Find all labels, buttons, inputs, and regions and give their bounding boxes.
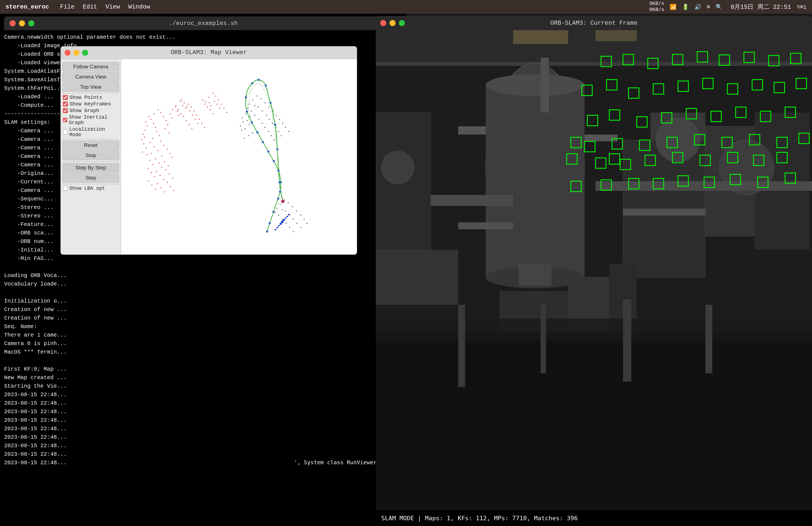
svg-point-124 xyxy=(276,115,277,116)
svg-point-4 xyxy=(160,112,161,113)
svg-point-42 xyxy=(152,164,153,165)
show-points-checkbox[interactable] xyxy=(63,95,68,100)
show-inertial-graph-checkbox[interactable] xyxy=(63,118,67,122)
svg-point-52 xyxy=(167,182,168,183)
svg-point-28 xyxy=(170,153,171,154)
svg-rect-228 xyxy=(485,85,584,277)
svg-rect-225 xyxy=(376,30,812,63)
svg-point-20 xyxy=(160,140,161,142)
svg-point-87 xyxy=(189,124,190,125)
svg-point-120 xyxy=(255,115,256,116)
svg-point-51 xyxy=(154,176,155,177)
control-panel: Follow Camera Camera View Top View Show … xyxy=(61,59,121,255)
close-button[interactable] xyxy=(10,20,16,26)
top-view-button[interactable]: Top View xyxy=(62,82,119,92)
svg-point-91 xyxy=(208,97,209,98)
localization-mode-label: Localization Mode xyxy=(70,126,119,137)
svg-point-50 xyxy=(163,179,164,180)
frame-title: ORB-SLAM3: Current Frame xyxy=(551,20,638,27)
svg-rect-258 xyxy=(706,305,712,373)
menu-item[interactable]: Edit xyxy=(83,3,97,11)
svg-point-19 xyxy=(169,132,170,133)
menu-item[interactable]: Window xyxy=(128,3,150,11)
window-controls[interactable] xyxy=(10,20,34,26)
svg-rect-234 xyxy=(519,264,552,286)
step-button[interactable]: Step xyxy=(62,173,119,183)
svg-rect-253 xyxy=(376,332,812,526)
svg-point-138 xyxy=(274,139,275,140)
svg-point-113 xyxy=(255,105,256,106)
svg-rect-233 xyxy=(541,58,549,112)
slam-status-bar: SLAM MODE | Maps: 1, KFs: 112, MPs: 7710… xyxy=(376,510,812,526)
svg-point-6 xyxy=(148,116,149,117)
svg-point-162 xyxy=(282,219,283,220)
svg-point-18 xyxy=(143,134,144,135)
show-graph-label: Show Graph xyxy=(70,108,99,114)
volume-icon: 🔊 xyxy=(694,3,701,11)
follow-camera-button[interactable]: Follow Camera xyxy=(62,62,119,71)
svg-rect-251 xyxy=(513,30,568,44)
svg-rect-232 xyxy=(584,135,618,141)
svg-point-67 xyxy=(185,108,186,109)
menu-item[interactable]: View xyxy=(105,3,120,11)
frame-maximize-button[interactable] xyxy=(399,20,405,26)
svg-point-59 xyxy=(164,191,165,193)
svg-point-47 xyxy=(160,175,161,176)
mapviewer-minimize-button[interactable] xyxy=(73,50,79,56)
show-keyframes-checkbox[interactable] xyxy=(63,102,68,106)
svg-point-93 xyxy=(205,101,206,102)
svg-point-24 xyxy=(141,139,142,140)
svg-point-83 xyxy=(192,115,193,116)
svg-point-16 xyxy=(164,128,166,129)
svg-point-5 xyxy=(153,123,154,124)
svg-point-46 xyxy=(169,174,170,175)
svg-point-165 xyxy=(286,223,287,224)
camera-view-button[interactable]: Camera View xyxy=(62,72,119,81)
shortcut-display: ⌥⌘1 xyxy=(797,3,807,11)
reset-button[interactable]: Reset xyxy=(62,140,119,150)
svg-point-220 xyxy=(277,227,278,228)
show-lba-opt-checkbox[interactable] xyxy=(63,186,68,191)
frame-titlebar: ORB-SLAM3: Current Frame xyxy=(376,16,812,30)
frame-close-button[interactable] xyxy=(380,20,386,26)
localization-mode-checkbox[interactable] xyxy=(63,130,68,135)
svg-point-73 xyxy=(190,106,191,108)
menu-item[interactable]: File xyxy=(60,3,74,11)
stop-button[interactable]: Stop xyxy=(62,151,119,160)
svg-point-148 xyxy=(252,132,253,133)
spotlight-icon[interactable]: 🔍 xyxy=(715,3,723,11)
mapviewer-close-button[interactable] xyxy=(64,50,71,56)
maximize-button[interactable] xyxy=(28,20,34,26)
svg-point-13 xyxy=(167,124,169,125)
svg-point-118 xyxy=(269,106,270,108)
svg-point-29 xyxy=(158,150,159,151)
app-name: stereo_euroc xyxy=(5,3,49,11)
svg-point-147 xyxy=(241,130,242,131)
svg-point-26 xyxy=(154,146,155,147)
mapviewer-window-controls[interactable] xyxy=(64,50,88,56)
menu-bar: stereo_euroc File Edit View Window 9KB/s… xyxy=(0,0,812,14)
svg-point-132 xyxy=(268,131,269,132)
svg-point-55 xyxy=(170,186,171,187)
svg-point-125 xyxy=(269,119,270,120)
frame-window-controls[interactable] xyxy=(380,20,405,26)
svg-point-219 xyxy=(285,217,287,219)
svg-point-34 xyxy=(171,157,173,158)
network-stats: 9KB/s 0KB/s xyxy=(649,1,664,13)
svg-point-57 xyxy=(151,184,153,185)
svg-point-98 xyxy=(211,105,212,106)
svg-point-9 xyxy=(145,121,146,122)
mapviewer-maximize-button[interactable] xyxy=(82,50,88,56)
svg-point-11 xyxy=(156,131,157,132)
minimize-button[interactable] xyxy=(19,20,25,26)
step-by-step-button[interactable]: Step By Step xyxy=(62,163,119,172)
map-canvas[interactable] xyxy=(121,59,357,255)
svg-point-115 xyxy=(264,102,266,104)
scene-svg xyxy=(376,30,812,526)
show-graph-checkbox[interactable] xyxy=(63,108,68,113)
frame-minimize-button[interactable] xyxy=(390,20,395,26)
svg-point-76 xyxy=(193,110,194,111)
bluetooth-icon: ⌘ xyxy=(707,3,710,11)
show-inertial-graph-row: Show Inertial Graph xyxy=(63,115,119,125)
svg-point-150 xyxy=(244,138,245,139)
